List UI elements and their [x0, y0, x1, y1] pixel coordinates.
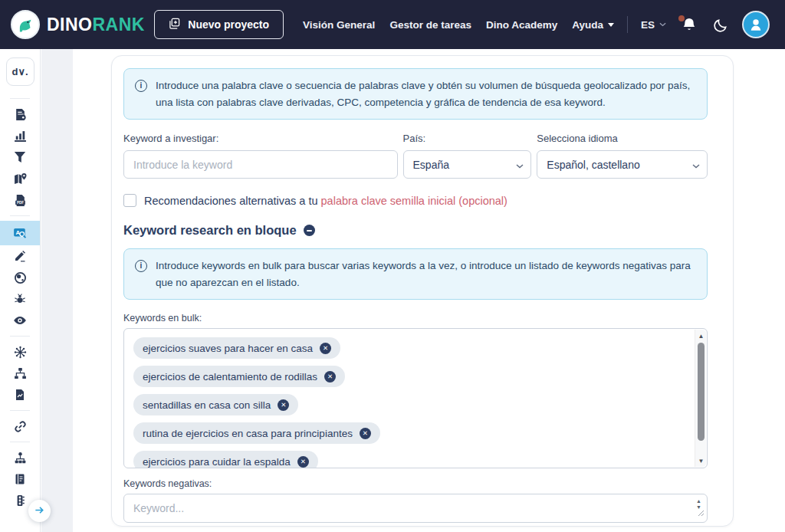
- chevron-down-icon: [516, 159, 524, 171]
- sidebar-mini-logo[interactable]: d∨.: [6, 57, 34, 86]
- chip-remove-icon[interactable]: [278, 399, 289, 411]
- org-tree-icon[interactable]: [0, 447, 41, 468]
- sidebar-divider: [10, 410, 30, 411]
- language-select[interactable]: Español, castellano: [537, 150, 708, 179]
- bulk-section-toggle[interactable]: Keyword research en bloque: [123, 223, 708, 238]
- report-chart-icon[interactable]: [0, 384, 41, 406]
- language-label: Selecciona idioma: [537, 133, 708, 144]
- keyword-chip: ejercicios para cuidar la espalda: [133, 451, 318, 468]
- language-selector[interactable]: ES: [639, 16, 668, 34]
- content-editor-icon[interactable]: [0, 245, 41, 267]
- keyword-chip: rutina de ejercicios en casa para princi…: [133, 422, 380, 444]
- search-fields-row: Keyword a investigar: País: España Selec…: [123, 133, 708, 179]
- notifications-bell-icon[interactable]: [679, 15, 699, 34]
- keyword-chip: ejercicios suaves para hacer en casa: [133, 337, 340, 359]
- filter-funnel-icon[interactable]: [0, 146, 41, 168]
- directory-book-icon[interactable]: [0, 468, 41, 490]
- sidebar-divider: [10, 336, 30, 337]
- add-project-icon: [169, 18, 180, 31]
- dark-mode-moon-icon[interactable]: [711, 15, 731, 34]
- sidebar-divider: [10, 98, 30, 99]
- info-icon: [135, 80, 147, 92]
- keyword-label: Keyword a investigar:: [123, 133, 398, 144]
- content-gap-icon[interactable]: [0, 103, 41, 125]
- bulk-scrollbar[interactable]: ▲ ▼: [695, 330, 706, 467]
- top-navbar: DINORANK Nuevo proyecto Visión General G…: [0, 0, 785, 49]
- scroll-down-arrow-icon[interactable]: ▼: [695, 455, 707, 466]
- negative-keywords-box: ▲▼: [123, 494, 708, 523]
- visibility-eye-icon[interactable]: [0, 310, 41, 331]
- keyword-field-group: Keyword a investigar:: [123, 133, 398, 179]
- nav-gestor-tareas[interactable]: Gestor de tareas: [388, 16, 473, 34]
- new-project-button[interactable]: Nuevo proyecto: [154, 10, 284, 39]
- user-avatar[interactable]: [742, 11, 770, 38]
- country-select[interactable]: España: [403, 150, 532, 179]
- main-content: Introduce una palabra clave o secuencia …: [73, 49, 785, 532]
- nav-vision-general[interactable]: Visión General: [301, 16, 376, 34]
- svg-text:PDF: PDF: [17, 200, 24, 204]
- info-icon: [135, 260, 147, 272]
- chip-remove-icon[interactable]: [297, 456, 309, 468]
- keyword-chips-list: ejercicios suaves para hacer en casa eje…: [133, 337, 687, 468]
- pdf-report-icon[interactable]: PDF: [0, 189, 41, 211]
- chip-remove-icon[interactable]: [360, 428, 371, 439]
- sidebar-divider: [10, 442, 30, 442]
- keyword-chip: ejercicios de calentamiento de rodillas: [133, 366, 345, 387]
- info-alert-bulk-text: Introduce keywords en bulk para buscar v…: [156, 258, 696, 291]
- crawler-spider-icon[interactable]: [0, 288, 41, 310]
- external-link-icon[interactable]: [0, 415, 41, 437]
- keyword-chip: sentadillas en casa con silla: [133, 394, 298, 415]
- keyword-input[interactable]: [123, 150, 398, 179]
- brand-name: DINORANK: [47, 15, 145, 35]
- dino-logo-icon: [11, 10, 40, 39]
- chip-remove-icon[interactable]: [324, 371, 336, 383]
- keyword-research-icon[interactable]: A: [0, 221, 41, 245]
- sidebar-expand-button[interactable]: [28, 500, 51, 522]
- scroll-up-arrow-icon[interactable]: ▲: [695, 330, 707, 341]
- info-alert-top: Introduce una palabra clave o secuencia …: [123, 68, 708, 120]
- language-field-group: Selecciona idioma Español, castellano: [537, 133, 708, 179]
- collapsed-panel-gutter: [41, 49, 73, 532]
- negative-keywords-input[interactable]: [124, 494, 687, 522]
- local-map-icon[interactable]: [0, 168, 41, 189]
- chip-remove-icon[interactable]: [320, 343, 331, 354]
- chevron-down-icon: [659, 22, 666, 27]
- sidebar-divider: [10, 215, 30, 216]
- scrollbar-thumb[interactable]: [698, 343, 705, 441]
- site-structure-icon[interactable]: [0, 363, 41, 384]
- resize-grip-icon[interactable]: [698, 506, 705, 520]
- expand-arrow-icon: [34, 504, 45, 518]
- nav-dino-academy[interactable]: Dino Academy: [484, 16, 559, 34]
- country-label: País:: [403, 133, 532, 144]
- negative-keywords-label: Keywords negativas:: [123, 478, 708, 489]
- collapse-minus-icon: [304, 225, 315, 236]
- nav-ayuda-dropdown[interactable]: Ayuda: [570, 16, 616, 34]
- info-alert-top-text: Introduce una palabra clave o secuencia …: [156, 77, 696, 110]
- alternatives-checkbox-row: Recomendaciones alternativas a tu palabr…: [123, 194, 708, 207]
- country-field-group: País: España: [403, 133, 532, 179]
- ranking-chart-icon[interactable]: [0, 125, 41, 146]
- keyword-research-card: Introduce una palabra clave o secuencia …: [111, 55, 734, 527]
- brand-logo[interactable]: DINORANK: [11, 10, 145, 39]
- bulk-keywords-label: Keywords en bulk:: [123, 313, 708, 323]
- notification-dot: [678, 15, 685, 21]
- cannibalization-icon[interactable]: [0, 267, 41, 288]
- info-alert-bulk: Introduce keywords en bulk para buscar v…: [123, 248, 708, 300]
- caret-down-icon: [608, 23, 614, 30]
- bulk-heading: Keyword research en bloque: [123, 223, 297, 238]
- alternatives-checkbox-label: Recomendaciones alternativas a tu palabr…: [144, 195, 507, 207]
- chevron-down-icon: [692, 159, 700, 171]
- navbar-separator: [627, 16, 628, 33]
- bulk-keywords-box[interactable]: ejercicios suaves para hacer en casa eje…: [123, 328, 708, 468]
- left-sidebar: d∨. PDF A: [0, 49, 41, 532]
- link-network-icon[interactable]: [0, 341, 41, 363]
- alternatives-checkbox[interactable]: [123, 194, 136, 207]
